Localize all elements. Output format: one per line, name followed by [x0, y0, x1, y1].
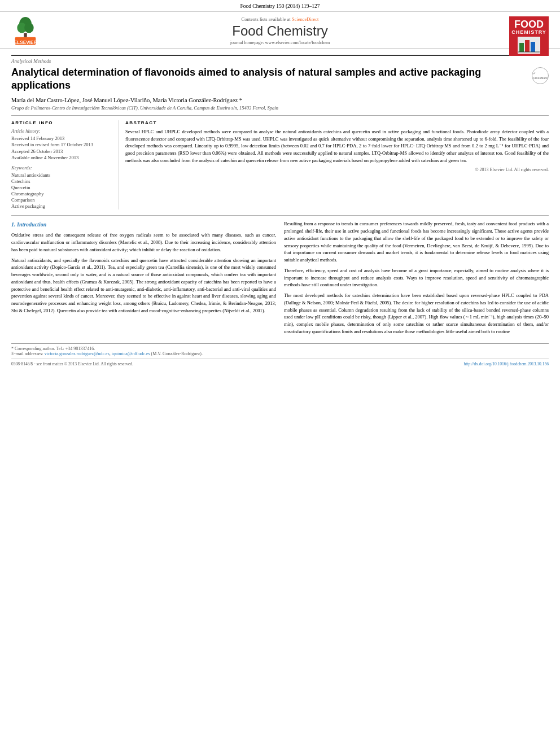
keywords-section: Keywords: Natural antioxidants Catechins…: [11, 165, 113, 209]
logo-chemistry-text: CHEMISTRY: [511, 29, 546, 35]
journal-logo-box: FOOD CHEMISTRY: [509, 16, 549, 56]
copyright-line: © 2013 Elsevier Ltd. All rights reserved…: [125, 167, 549, 172]
abstract-text: Several HPLC and UHPLC developed methods…: [125, 128, 549, 164]
body-content: 1. Introduction Oxidative stress and the…: [11, 215, 549, 338]
logo-image-area: [518, 37, 540, 54]
keyword-6: Active packaging: [11, 203, 113, 209]
crossmark-badge: ✓ CrossMark: [532, 67, 549, 84]
affiliation: Grupo de Polímeros-Centro de Investigaci…: [11, 105, 549, 111]
article-title-row: Analytical determination of flavonoids a…: [11, 66, 549, 93]
corresponding-footnote: * Corresponding author. Tel.: +34 981337…: [11, 346, 549, 351]
svg-text:ELSEVIER: ELSEVIER: [14, 40, 37, 45]
svg-rect-8: [525, 40, 530, 52]
keyword-5: Comparison: [11, 197, 113, 203]
available-date: Available online 4 November 2013: [11, 155, 113, 160]
article-info-abstract-row: ARTICLE INFO Article history: Received 1…: [11, 115, 549, 210]
svg-point-4: [24, 23, 34, 33]
footer-bottom: 0308-8146/$ - see front matter © 2013 El…: [11, 359, 549, 366]
logo-food-text: FOOD: [514, 19, 544, 29]
authors: María del Mar Castro-López, José Manuel …: [11, 97, 549, 103]
email-footnote: E-mail addresses: victoria.gonzalez.rodr…: [11, 351, 549, 356]
accepted-date: Accepted 26 October 2013: [11, 148, 113, 154]
journal-title: Food Chemistry: [11, 23, 549, 39]
keywords-label: Keywords:: [11, 165, 113, 171]
right-para-1: Resulting from a response to trends in c…: [284, 220, 549, 264]
received-revised-date: Received in revised form 17 October 2013: [11, 142, 113, 147]
svg-rect-5: [24, 33, 27, 37]
footer-area: * Corresponding author. Tel.: +34 981337…: [11, 343, 549, 366]
right-para-3: The most developed methods for catechins…: [284, 292, 549, 335]
main-content: Analytical Methods Analytical determinat…: [0, 49, 560, 372]
email-link-2[interactable]: iquimica@cdf.udc.es: [112, 351, 150, 356]
right-para-2: Therefore, efficiency, speed and cost of…: [284, 267, 549, 289]
article-title: Analytical determination of flavonoids a…: [11, 66, 532, 93]
body-left-col: 1. Introduction Oxidative stress and the…: [11, 220, 276, 338]
keyword-1: Natural antioxidants: [11, 172, 113, 178]
abstract-column: ABSTRACT Several HPLC and UHPLC develope…: [125, 120, 549, 210]
article-info-column: ARTICLE INFO Article history: Received 1…: [11, 120, 119, 210]
introduction-heading: 1. Introduction: [11, 220, 276, 229]
abstract-title: ABSTRACT: [125, 120, 549, 125]
footer-copyright: 0308-8146/$ - see front matter © 2013 El…: [11, 361, 133, 366]
journal-center: Contents lists available at ScienceDirec…: [11, 16, 549, 49]
email-link-1[interactable]: victoria.gonzalez.rodriguez@udc.es: [45, 351, 110, 356]
svg-rect-9: [531, 42, 535, 52]
elsevier-logo: ELSEVIER: [11, 16, 40, 47]
history-label: Article history:: [11, 128, 113, 134]
section-tag: Analytical Methods: [11, 55, 549, 64]
crossmark-text: CrossMark: [533, 76, 548, 80]
elsevier-tree-icon: ELSEVIER: [11, 16, 40, 47]
intro-para-2: Natural antioxidants, and specially the …: [11, 257, 276, 314]
footer-doi: http://dx.doi.org/10.1016/j.foodchem.201…: [464, 361, 549, 366]
doi-link[interactable]: http://dx.doi.org/10.1016/j.foodchem.201…: [464, 361, 549, 366]
intro-para-1: Oxidative stress and the consequent rele…: [11, 231, 276, 253]
citation-bar: Food Chemistry 150 (2014) 119–127: [0, 0, 560, 12]
citation-text: Food Chemistry 150 (2014) 119–127: [240, 3, 320, 9]
sciencedirect-line: Contents lists available at ScienceDirec…: [11, 16, 549, 22]
journal-header: ELSEVIER Contents lists available at Sci…: [0, 12, 560, 49]
keyword-4: Chromatography: [11, 191, 113, 196]
keyword-3: Quercetin: [11, 185, 113, 190]
article-info-title: ARTICLE INFO: [11, 120, 113, 125]
crossmark-label: ✓: [533, 72, 548, 76]
body-right-col: Resulting from a response to trends in c…: [284, 220, 549, 338]
logo-inner-svg: [518, 37, 540, 53]
journal-homepage: journal homepage: www.elsevier.com/locat…: [11, 40, 549, 45]
keyword-2: Catechins: [11, 178, 113, 184]
sciencedirect-link[interactable]: ScienceDirect: [292, 16, 319, 22]
received-date: Received 14 February 2013: [11, 136, 113, 141]
svg-rect-7: [519, 43, 524, 52]
